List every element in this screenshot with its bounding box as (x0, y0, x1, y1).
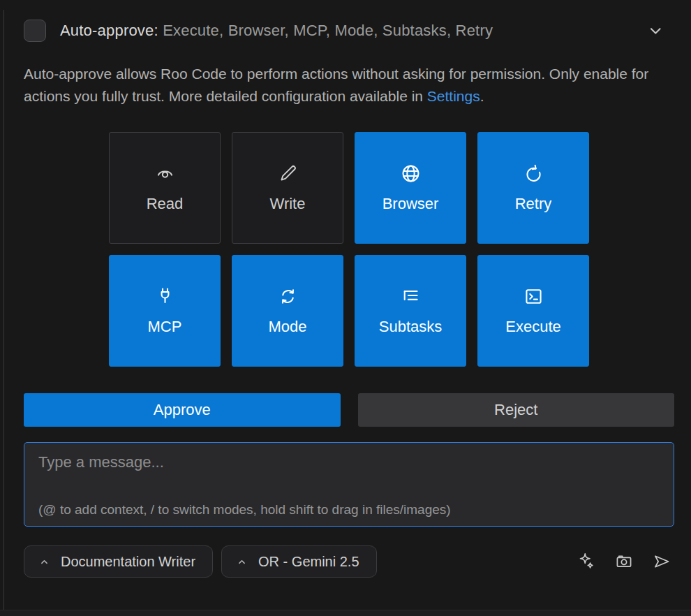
refresh-icon (523, 163, 544, 184)
toggle-label: Subtasks (379, 318, 443, 336)
auto-approve-description: Auto-approve allows Roo Code to perform … (24, 63, 660, 107)
toggle-subtasks[interactable]: Subtasks (355, 255, 466, 367)
toggle-label: Mode (268, 318, 306, 336)
sync-icon (277, 286, 299, 307)
auto-approve-toggle-grid: Read Write Browser (109, 132, 589, 367)
chevron-up-icon (38, 556, 50, 568)
toggle-write[interactable]: Write (232, 132, 343, 244)
bottom-panel-edge (0, 610, 691, 616)
pencil-icon (277, 163, 299, 184)
description-period: . (480, 88, 484, 104)
toggle-mode[interactable]: Mode (232, 255, 343, 367)
chevron-up-icon (236, 556, 248, 568)
toggle-execute[interactable]: Execute (477, 255, 589, 367)
message-input[interactable] (24, 443, 674, 526)
send-icon[interactable] (652, 552, 671, 571)
composer-footer-icons (577, 552, 671, 571)
globe-icon (400, 163, 422, 184)
list-tree-icon (400, 286, 422, 307)
auto-approve-summary: Execute, Browser, MCP, Mode, Subtasks, R… (163, 22, 493, 39)
auto-approve-label: Auto-approve: (60, 22, 158, 39)
mode-selector-label: Documentation Writer (61, 554, 195, 570)
description-text: Auto-approve allows Roo Code to perform … (24, 66, 648, 104)
eye-icon (154, 163, 176, 184)
toggle-label: Read (147, 195, 184, 213)
auto-approve-header[interactable]: Auto-approve: Execute, Browser, MCP, Mod… (24, 20, 674, 42)
toggle-label: Execute (505, 318, 561, 336)
chevron-down-icon[interactable] (645, 20, 666, 41)
mode-selector[interactable]: Documentation Writer (24, 545, 213, 578)
toggle-mcp[interactable]: MCP (109, 255, 221, 367)
model-selector-label: OR - Gemini 2.5 (258, 554, 359, 570)
plug-icon (154, 286, 176, 307)
auto-approve-panel: Auto-approve: Execute, Browser, MCP, Mod… (0, 0, 691, 578)
toggle-retry[interactable]: Retry (477, 132, 589, 244)
camera-icon[interactable] (614, 552, 634, 571)
toggle-label: Retry (515, 195, 552, 213)
reject-button[interactable]: Reject (358, 393, 675, 427)
toggle-label: Write (270, 195, 306, 213)
message-composer: (@ to add context, / to switch modes, ho… (24, 442, 674, 527)
model-selector[interactable]: OR - Gemini 2.5 (221, 545, 376, 578)
toggle-label: MCP (148, 318, 182, 336)
sparkle-icon[interactable] (577, 552, 596, 571)
toggle-browser[interactable]: Browser (355, 132, 466, 244)
action-button-row: Approve Reject (24, 393, 674, 427)
auto-approve-checkbox[interactable] (24, 20, 46, 42)
toggle-read[interactable]: Read (109, 132, 221, 244)
terminal-icon (523, 286, 544, 307)
toggle-label: Browser (382, 195, 439, 213)
approve-button[interactable]: Approve (24, 393, 341, 427)
auto-approve-title: Auto-approve: Execute, Browser, MCP, Mod… (60, 22, 493, 40)
settings-link[interactable]: Settings (427, 88, 480, 104)
composer-footer: Documentation Writer OR - Gemini 2.5 (24, 545, 674, 578)
